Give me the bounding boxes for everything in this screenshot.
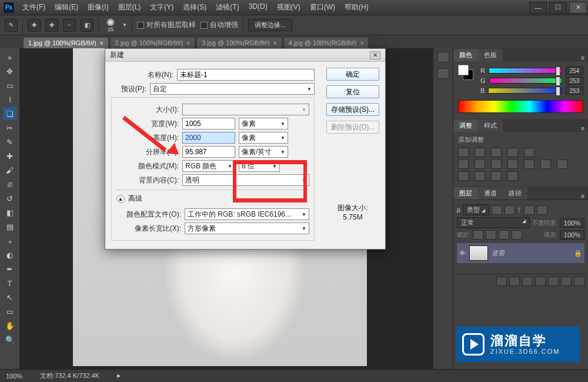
resolution-input[interactable] [182,146,235,158]
close-icon[interactable]: × [186,40,190,46]
adj-curves-icon[interactable] [491,148,502,157]
tab-adjustments[interactable]: 调整 [453,119,478,132]
r-slider[interactable] [489,68,562,74]
new-adjustment-icon[interactable] [535,277,546,286]
tool-type[interactable]: T [3,277,17,290]
ok-button[interactable]: 确定 [326,68,379,81]
g-value[interactable]: 253 [566,77,583,85]
tab-paths[interactable]: 路径 [503,187,527,200]
height-unit-select[interactable]: 像素▼ [239,132,288,144]
pixel-aspect-select[interactable]: 方形像素▼ [185,222,309,234]
auto-enhance-checkbox[interactable]: 自动增强 [201,20,238,30]
tool-blur[interactable]: ∘ [3,234,17,247]
info-icon[interactable] [437,68,449,79]
layer-fx-icon[interactable] [509,277,520,286]
brush-preview[interactable]: 15 [103,18,118,32]
tool-zoom[interactable]: 🔍 [3,333,17,346]
tool-preset-icon[interactable]: ✎ [5,19,18,32]
histogram-icon[interactable] [437,52,449,62]
doc-tab-2[interactable]: 2.jpg @ 100%(RGB/8#)× [111,38,195,48]
adj-selective-icon[interactable] [507,171,518,181]
sub-selection-icon[interactable]: − [63,19,76,32]
name-input[interactable] [177,69,315,81]
tool-stamp[interactable]: ⎚ [3,178,17,191]
adj-bw-icon[interactable] [491,160,502,169]
menu-filter[interactable]: 滤镜(T) [212,1,242,14]
tool-lasso[interactable]: ⌇ [3,93,17,106]
menu-edit[interactable]: 编辑(E) [51,1,82,14]
layer-thumbnail[interactable] [469,245,488,261]
opacity-value[interactable]: 100% [560,218,584,228]
intersect-selection-icon[interactable]: ◧ [81,19,93,32]
cancel-button[interactable]: 复位 [326,85,379,98]
b-slider[interactable] [488,88,562,94]
tool-dodge[interactable]: ◐ [3,248,17,261]
tool-quick-select[interactable]: ❏ [3,107,17,120]
refine-edge-button[interactable]: 调整边缘... [248,19,292,31]
adj-gradmap-icon[interactable] [491,171,502,181]
adj-brightness-icon[interactable] [458,148,469,157]
preset-select[interactable]: 自定▼ [150,83,315,95]
blend-mode-select[interactable]: 正常 ◢ [457,217,530,228]
link-layers-icon[interactable] [496,277,507,286]
new-layer-icon[interactable] [561,277,572,286]
doc-tab-3[interactable]: 3.jpg @ 100%(RGB/8#)× [197,38,282,48]
layer-row-background[interactable]: 👁 背景 🔒 [457,243,584,263]
fg-bg-swatch[interactable] [458,65,473,80]
adj-threshold-icon[interactable] [475,171,485,181]
delete-layer-icon[interactable] [574,277,584,286]
tool-crop[interactable]: ✂ [3,121,17,134]
menu-help[interactable]: 帮助(H) [341,1,372,14]
close-button[interactable]: ✕ [569,2,587,14]
doc-tab-4[interactable]: 4.jpg @ 100%(RGB/8#)× [284,38,369,48]
adj-hue-icon[interactable] [458,160,469,169]
tool-heal[interactable]: ✚ [3,150,17,162]
close-icon[interactable]: × [273,40,277,46]
filter-smart-icon[interactable] [537,205,547,215]
panel-menu-icon[interactable]: ≡ [577,125,588,132]
bit-depth-select[interactable]: 8 位▼ [239,160,280,172]
width-input[interactable] [182,118,235,129]
b-value[interactable]: 253 [566,87,583,95]
adj-levels-icon[interactable] [475,148,485,157]
advanced-toggle[interactable]: ▲ 高级 [116,194,309,204]
dialog-close-icon[interactable]: ✕ [370,51,380,59]
adj-photo-filter-icon[interactable] [507,160,518,169]
tool-move[interactable]: ✥ [3,65,17,78]
tool-marquee[interactable]: ▭ [3,79,17,92]
menu-type[interactable]: 文字(Y) [146,1,177,14]
tool-eyedropper[interactable]: ✎ [3,135,17,148]
menu-window[interactable]: 窗口(W) [306,1,339,14]
tool-pen[interactable]: ✒ [3,263,17,275]
tool-shape[interactable]: ▭ [3,305,17,318]
tab-layers[interactable]: 图层 [453,187,478,200]
lock-all-icon[interactable] [512,230,522,240]
height-input[interactable] [182,132,235,144]
r-value[interactable]: 254 [566,67,583,75]
color-spectrum[interactable] [458,100,583,113]
lock-pixels-icon[interactable] [486,230,496,240]
visibility-eye-icon[interactable]: 👁 [459,250,466,257]
document-size[interactable]: 文档:732.4 K/732.4K [40,371,99,380]
maximize-button[interactable]: ☐ [549,2,567,14]
filter-shape-icon[interactable] [524,205,534,215]
sample-all-layers-checkbox[interactable]: 对所有图层取样 [137,20,196,30]
layer-filter-select[interactable]: 类型 ◢ [463,204,489,215]
lock-position-icon[interactable] [499,230,509,240]
tab-color[interactable]: 颜色 [453,49,478,61]
panel-menu-icon[interactable]: ≡ [577,54,588,61]
menu-layer[interactable]: 图层(L) [115,1,145,14]
tool-hand[interactable]: ✋ [3,319,17,332]
adj-lut-icon[interactable] [540,160,551,169]
add-selection-icon[interactable]: ✚ [45,19,58,32]
color-mode-select[interactable]: RGB 颜色▼ [182,160,235,172]
menu-file[interactable]: 文件(F) [19,1,49,14]
width-unit-select[interactable]: 像素▼ [239,118,288,129]
resolution-unit-select[interactable]: 像素/英寸▼ [239,146,288,158]
tool-path[interactable]: ↖ [3,291,17,304]
doc-tab-1[interactable]: 1.jpg @ 100%(RGB/8#)× [24,38,108,48]
tab-swatches[interactable]: 色板 [478,49,503,61]
adj-balance-icon[interactable] [475,160,485,169]
tool-brush[interactable]: 🖌 [3,164,17,177]
tab-styles[interactable]: 样式 [478,119,503,132]
